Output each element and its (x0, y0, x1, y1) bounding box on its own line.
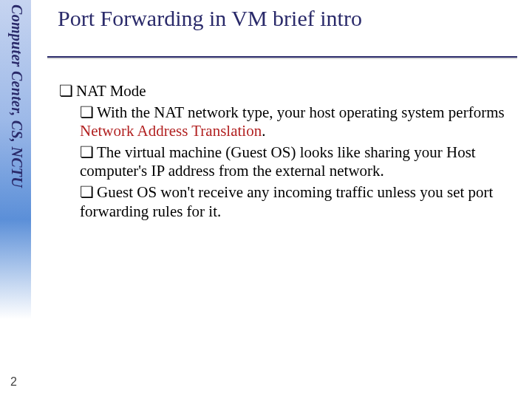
slide-body: ❏NAT Mode ❏With the NAT network type, yo… (59, 81, 514, 222)
bullet-text-part: With the NAT network type, your host ope… (97, 103, 505, 121)
bullet-text: The virtual machine (Guest OS) looks lik… (80, 143, 476, 180)
bullet-level2: ❏With the NAT network type, your host op… (80, 103, 514, 141)
bullet-level2: ❏Guest OS won't receive any incoming tra… (80, 183, 514, 221)
bullet-icon: ❏ (80, 103, 94, 122)
sidebar-gradient: Computer Center, CS, NCTU (0, 0, 31, 399)
bullet-icon: ❏ (80, 143, 94, 162)
bullet-icon: ❏ (80, 183, 94, 202)
bullet-text: NAT Mode (76, 82, 146, 100)
slide: Computer Center, CS, NCTU 2 Port Forward… (0, 0, 532, 399)
bullet-text-part: . (262, 122, 265, 140)
highlight-text: Network Address Translation (80, 122, 262, 140)
bullet-icon: ❏ (59, 81, 73, 100)
title-divider (47, 56, 517, 58)
bullet-level1: ❏NAT Mode (59, 81, 514, 101)
page-number: 2 (10, 375, 17, 389)
bullet-level2: ❏The virtual machine (Guest OS) looks li… (80, 143, 514, 181)
sidebar-org-text: Computer Center, CS, NCTU (8, 4, 25, 188)
slide-title: Port Forwarding in VM brief intro (58, 6, 362, 31)
bullet-text: Guest OS won't receive any incoming traf… (80, 183, 493, 220)
